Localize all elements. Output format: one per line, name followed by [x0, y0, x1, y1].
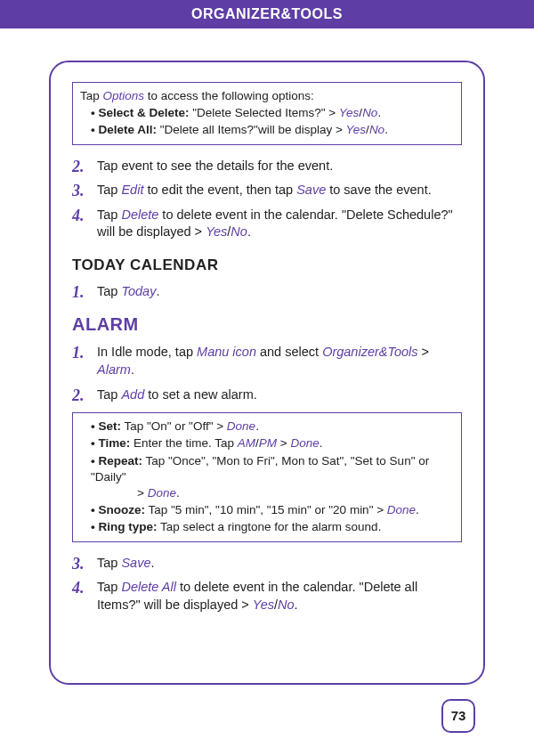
step-1: 1. In Idle mode, tap Manu icon and selec… [72, 344, 462, 378]
step-text: Tap Delete to delete event in the calend… [97, 207, 453, 240]
step-4: 4. Tap Delete All to delete event in the… [72, 579, 462, 614]
text: "Delete all Items?"will be display > [157, 123, 346, 136]
pm-link: PM [259, 436, 277, 450]
bullet-label: • Snooze: [91, 503, 145, 516]
text: to save the event. [326, 183, 432, 197]
bullet-label: • Repeat: [91, 454, 142, 467]
bullet-time: • Time: Enter the time. Tap AM/PM > Done… [91, 435, 454, 451]
delete-all-link: Delete All [121, 580, 176, 594]
text: Tap [97, 556, 121, 570]
text: . [377, 106, 381, 119]
today-calendar-heading: TODAY CALENDAR [72, 256, 462, 276]
step-number: 4. [72, 205, 85, 226]
alarm-settings-box: • Set: Tap "On" or "Off" > Done. • Time:… [72, 412, 462, 542]
text: > [277, 436, 290, 450]
text: to set a new alarm. [144, 387, 257, 402]
step-1: 1. Tap Today. [72, 283, 462, 301]
step-number: 2. [72, 385, 85, 406]
step-3: 3. Tap Save. [72, 555, 462, 573]
text: Tap select a ringtone for the alarm soun… [157, 520, 381, 533]
step-text: In Idle mode, tap Manu icon and select O… [97, 345, 429, 377]
am-link: AM [238, 436, 255, 450]
save-link: Save [121, 556, 150, 570]
bullet-set: • Set: Tap "On" or "Off" > Done. [91, 419, 454, 435]
step-3: 3. Tap Edit to edit the event, then tap … [72, 182, 462, 199]
text: . [131, 362, 134, 377]
step-4: 4. Tap Delete to delete event in the cal… [72, 207, 462, 241]
step-number: 2. [72, 156, 85, 177]
page-number-text: 73 [451, 708, 466, 723]
step-2: 2. Tap Add to set a new alarm. [72, 386, 462, 404]
bullet-label: • Select & Delete: [91, 106, 190, 119]
text: to edit the event, then tap [143, 183, 296, 197]
text: . [255, 419, 259, 433]
step-number: 1. [72, 281, 85, 303]
bullet-select-delete: • Select & Delete: "Delete Selected Item… [91, 105, 454, 121]
text: . [295, 597, 298, 612]
page-number: 73 [441, 699, 475, 733]
no-link: No [362, 106, 377, 119]
text: Tap [80, 89, 103, 102]
step-2: 2. Tap event to see the details for the … [72, 158, 462, 175]
header-bar: ORGANIZER&TOOLS [0, 0, 534, 28]
bullet-label: • Time: [91, 436, 130, 450]
text: . [150, 556, 154, 570]
bullet-ring-type: • Ring type: Tap select a ringtone for t… [91, 519, 454, 535]
add-link: Add [121, 387, 144, 402]
text: Tap [97, 284, 121, 298]
step-text: Tap Delete All to delete event in the ca… [97, 580, 417, 612]
bullet-delete-all: • Delete All: "Delete all Items?"will be… [91, 122, 454, 138]
done-link: Done [148, 486, 176, 500]
text: Tap "Once", "Mon to Fri", Mon to Sat", "… [91, 454, 429, 484]
step-text: Tap Save. [97, 556, 155, 570]
text: Tap [97, 580, 121, 594]
text: . [156, 284, 159, 298]
yes-link: Yes [206, 224, 227, 239]
text: Tap "5 min", "10 min", "15 min" or "20 m… [145, 503, 387, 516]
no-link: No [231, 224, 247, 239]
done-link: Done [227, 419, 255, 433]
done-link: Done [290, 436, 319, 450]
step-number: 4. [72, 577, 85, 598]
no-link: No [278, 597, 295, 612]
today-link: Today [121, 284, 156, 298]
edit-link: Edit [121, 183, 143, 197]
step-text: Tap Edit to edit the event, then tap Sav… [97, 183, 432, 197]
yes-link: Yes [339, 106, 360, 119]
alarm-link: Alarm [97, 362, 131, 377]
yes-link: Yes [346, 123, 367, 136]
bullet-label: • Ring type: [91, 520, 157, 533]
text: Enter the time. Tap [130, 436, 238, 450]
step-text: Tap Add to set a new alarm. [97, 387, 257, 402]
done-link: Done [387, 503, 416, 516]
today-steps: 1. Tap Today. [72, 283, 462, 301]
header-title: ORGANIZER&TOOLS [191, 6, 343, 21]
alarm-heading: ALARM [72, 313, 462, 337]
text: > [418, 345, 430, 359]
calendar-steps: 2. Tap event to see the details for the … [72, 158, 462, 241]
step-number: 3. [72, 180, 85, 201]
text: . [416, 503, 419, 516]
text: and select [256, 345, 322, 359]
page-frame: Tap Options to access the following opti… [49, 61, 485, 685]
step-number: 1. [72, 342, 85, 363]
step-text: Tap Today. [97, 284, 159, 298]
text: to access the following options: [144, 89, 314, 102]
text: . [384, 123, 388, 136]
text: Tap "On" or "Off" > [121, 419, 227, 433]
text: Tap [97, 183, 121, 197]
organizer-tools-link: Organizer&Tools [322, 345, 417, 359]
text: . [320, 436, 323, 450]
options-hint-box: Tap Options to access the following opti… [72, 82, 462, 145]
text: > Done. [91, 485, 454, 501]
text: In Idle mode, tap [97, 345, 197, 359]
text: "Delete Selected Items?" > [190, 106, 339, 119]
delete-link: Delete [121, 207, 158, 222]
alarm-steps-bottom: 3. Tap Save. 4. Tap Delete All to delete… [72, 555, 462, 614]
text: . [247, 224, 251, 239]
step-text: Tap event to see the details for the eve… [97, 159, 333, 173]
alarm-steps-top: 1. In Idle mode, tap Manu icon and selec… [72, 344, 462, 403]
text: Tap [97, 207, 121, 222]
bullet-label: • Set: [91, 419, 121, 433]
no-link: No [369, 123, 384, 136]
